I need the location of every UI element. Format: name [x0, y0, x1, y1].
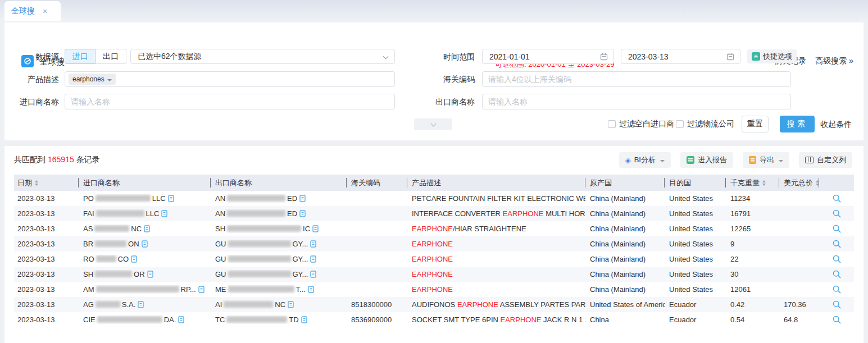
magnifier-icon[interactable]	[832, 315, 842, 324]
cell-dest-country: United States	[665, 285, 726, 294]
quick-options-button[interactable]: 快捷选项	[747, 49, 797, 63]
magnifier-icon[interactable]	[832, 239, 842, 249]
cell-exporter: GUGY...	[211, 240, 347, 248]
cell-origin-country: China (Mainland)	[585, 285, 665, 294]
tab-global-search[interactable]: 全球搜	[4, 1, 61, 21]
import-toggle[interactable]: 进口	[65, 49, 96, 64]
cell-origin-country: China (Mainland)	[585, 255, 665, 263]
document-icon[interactable]	[299, 210, 306, 217]
hs-code-input[interactable]	[482, 71, 791, 87]
magnifier-icon[interactable]	[832, 254, 842, 264]
column-header[interactable]: 美元总价	[779, 175, 819, 191]
cell-date: 2023-03-13	[14, 225, 79, 233]
checkbox-icon[interactable]	[676, 120, 684, 128]
document-icon[interactable]	[308, 286, 314, 293]
table-row[interactable]: 2023-03-13POLLCANEDPETCARE FOUNTAIN FILT…	[14, 191, 854, 206]
redacted-text	[95, 271, 132, 277]
redacted-text	[228, 240, 291, 247]
column-header: 出口商名称	[211, 175, 347, 191]
column-header[interactable]: 千克重量	[726, 175, 779, 191]
document-icon[interactable]	[288, 301, 294, 308]
diamond-icon	[625, 156, 631, 164]
checkbox-icon[interactable]	[608, 120, 616, 128]
cell-weight-kg: 9	[726, 240, 779, 248]
start-date-input[interactable]: 2021-01-01	[482, 49, 614, 64]
bi-analysis-button[interactable]: BI分析	[619, 152, 671, 168]
sort-icon[interactable]	[35, 180, 38, 186]
table-row[interactable]: 2023-03-13ASNCSHICEARPHONE/HIAR STRAIGHT…	[14, 221, 854, 236]
cell-product-desc: AUDIFONOS EARPHONE ASSEMBLY PARTES PARA …	[407, 300, 585, 309]
redacted-text	[96, 286, 179, 292]
table-row[interactable]: 2023-03-13BRONGUGY...EARPHONEChina (Main…	[14, 236, 854, 251]
document-icon[interactable]	[144, 225, 150, 232]
enter-report-button[interactable]: 进入报告	[680, 152, 733, 168]
table-row[interactable]: 2023-03-13ROCOGUGY...EARPHONEChina (Main…	[14, 251, 854, 267]
close-icon[interactable]	[43, 7, 47, 15]
advanced-search-link[interactable]: 高级搜索 »	[815, 56, 853, 66]
document-icon[interactable]	[178, 316, 184, 323]
document-icon[interactable]	[312, 225, 319, 232]
document-icon[interactable]	[131, 255, 137, 263]
reset-button[interactable]: 重置	[742, 116, 769, 132]
document-icon[interactable]	[299, 195, 306, 202]
redacted-text	[96, 255, 116, 262]
importer-input[interactable]	[65, 94, 395, 109]
filter-logistics-checkbox[interactable]: 过滤物流公司	[676, 119, 734, 129]
document-icon[interactable]	[168, 195, 174, 202]
expand-more-button[interactable]	[414, 118, 452, 130]
document-icon[interactable]	[147, 271, 153, 278]
product-keyword-tag[interactable]: earphones	[69, 74, 116, 85]
cell-weight-kg: 0.42	[726, 300, 779, 309]
cell-origin-country: China (Mainland)	[585, 194, 665, 203]
document-icon[interactable]	[161, 210, 167, 217]
cell-product-desc: EARPHONE/HIAR STRAIGHTENE	[407, 225, 585, 233]
table-header: 日期进口商名称出口商名称海关编码产品描述原产国目的国千克重量美元总价	[14, 175, 854, 191]
document-icon[interactable]	[310, 255, 316, 263]
cell-product-desc: PETCARE FOUNTAIN FILTER KIT ELECTRONIC W…	[407, 194, 585, 203]
cell-product-desc: EARPHONE	[407, 255, 585, 263]
document-icon[interactable]	[198, 286, 204, 293]
column-header: 目的国	[665, 175, 726, 191]
custom-columns-button[interactable]: 自定义列	[799, 152, 852, 168]
cell-dest-country: United States	[665, 225, 726, 233]
table-row[interactable]: 2023-03-13AMRP...MET...EARPHONEChina (Ma…	[14, 282, 854, 297]
magnifier-icon[interactable]	[832, 209, 842, 218]
cell-usd-value: 64.8	[779, 315, 819, 324]
document-icon[interactable]	[310, 271, 316, 278]
filter-blank-importer-checkbox[interactable]: 过滤空白进口商	[608, 119, 674, 129]
magnifier-icon[interactable]	[832, 194, 842, 203]
data-source-select[interactable]: 已选中62个数据源	[130, 49, 395, 64]
column-header[interactable]: 日期	[14, 175, 79, 191]
asterisk-icon	[752, 52, 760, 61]
cell-dest-country: United States	[665, 194, 726, 203]
magnifier-icon[interactable]	[832, 300, 842, 309]
table-row[interactable]: 2023-03-13CIEDA.TCTD8536909000SOCKET SMT…	[14, 312, 854, 327]
table-row[interactable]: 2023-03-13FAILLCANEDINTERFACE CONVERTER …	[14, 206, 854, 221]
document-icon[interactable]	[138, 301, 144, 308]
magnifier-icon[interactable]	[832, 269, 842, 279]
search-button[interactable]: 搜索	[780, 116, 815, 132]
product-desc-label: 产品描述	[0, 75, 59, 85]
sort-icon[interactable]	[762, 180, 766, 186]
table-row[interactable]: 2023-03-13SHORGUGY...EARPHONEChina (Main…	[14, 267, 854, 282]
cell-action	[819, 254, 854, 264]
cell-weight-kg: 22	[726, 255, 779, 263]
product-desc-input[interactable]: earphones	[65, 71, 395, 87]
redacted-text	[97, 316, 162, 323]
redacted-text	[95, 240, 126, 247]
magnifier-icon[interactable]	[832, 285, 842, 294]
export-toggle[interactable]: 出口	[96, 49, 126, 64]
table-row[interactable]: 2023-03-13AGS.A.AINC8518300000AUDIFONOS …	[14, 297, 854, 312]
export-button[interactable]: 导出	[743, 152, 789, 168]
document-icon[interactable]	[310, 240, 316, 248]
cell-importer: ROCO	[79, 255, 211, 263]
cell-importer: AMRP...	[79, 285, 211, 294]
cell-origin-country: United States of America	[585, 300, 665, 309]
exporter-input[interactable]	[482, 94, 791, 109]
document-icon[interactable]	[301, 316, 307, 323]
collapse-conditions-link[interactable]: 收起条件	[820, 120, 852, 130]
cell-origin-country: China	[585, 315, 665, 324]
end-date-input[interactable]: 2023-03-13	[621, 49, 740, 64]
magnifier-icon[interactable]	[832, 224, 842, 234]
document-icon[interactable]	[142, 240, 148, 248]
